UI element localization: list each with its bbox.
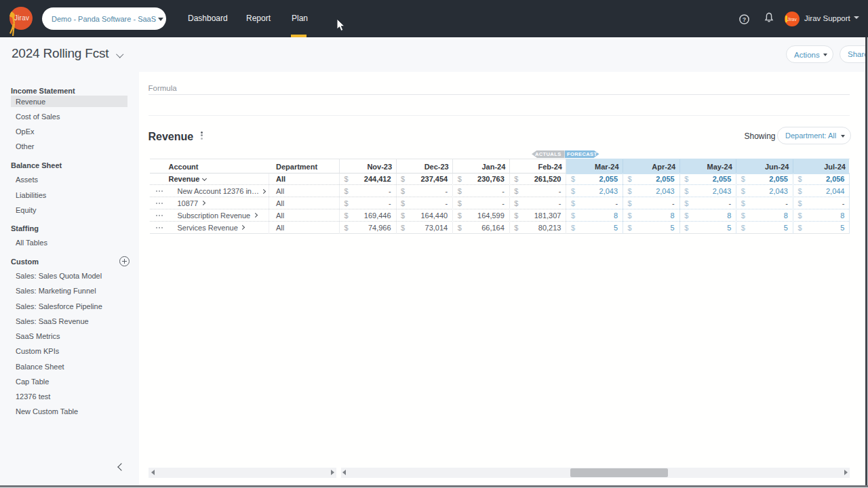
svg-text:?: ? xyxy=(743,16,747,23)
